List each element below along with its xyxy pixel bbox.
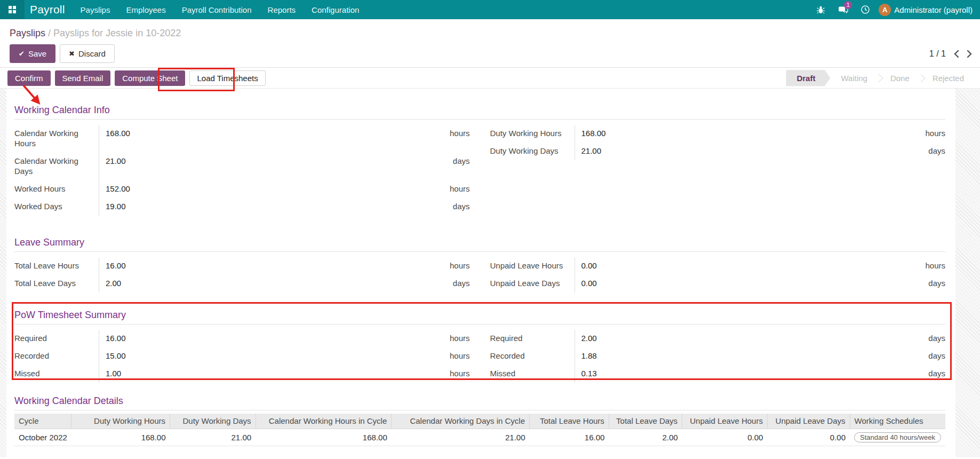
state-waiting[interactable]: Waiting bbox=[830, 70, 878, 86]
compute-sheet-button[interactable]: Compute Sheet bbox=[115, 70, 185, 86]
menu-item-employees[interactable]: Employees bbox=[118, 0, 173, 19]
field-unit: days bbox=[928, 333, 945, 343]
form-statusbar: Confirm Send Email Compute Sheet Load Ti… bbox=[0, 67, 980, 89]
column-header-calendar-working-hours-in-cycle[interactable]: Calendar Working Hours in Cycle bbox=[256, 414, 392, 429]
section-title: Working Calendar Details bbox=[14, 395, 945, 407]
field-row: Duty Working Days 21.00days bbox=[490, 143, 946, 160]
pager-previous-button[interactable] bbox=[953, 50, 959, 58]
field-unit: days bbox=[928, 351, 945, 361]
field-label: Duty Working Hours bbox=[490, 125, 575, 143]
form-sheet: Working Calendar Info Calendar Working H… bbox=[6, 89, 955, 457]
apps-menu-button[interactable] bbox=[0, 0, 25, 19]
cell-duty-working-days: 21.00 bbox=[170, 429, 256, 446]
field-row: Recorded 15.00hours bbox=[14, 347, 470, 365]
column-header-working-schedules[interactable]: Working Schedules bbox=[850, 414, 945, 429]
menu-item-payslips[interactable]: Payslips bbox=[73, 0, 118, 19]
field-row: Worked Days 19.00days bbox=[14, 198, 470, 216]
column-header-unpaid-leave-hours[interactable]: Unpaid Leave Hours bbox=[682, 414, 768, 429]
control-panel-buttons-row: ✔ Save ✖ Discard 1 / 1 bbox=[10, 44, 973, 63]
state-rejected[interactable]: Rejected bbox=[922, 70, 975, 86]
field-row: Missed 0.13days bbox=[490, 365, 946, 383]
field-value: 152.00 bbox=[106, 184, 450, 194]
field-value: 21.00 bbox=[106, 156, 453, 166]
working-calendar-details-table: Cycle Duty Working Hours Duty Working Da… bbox=[14, 414, 945, 446]
field-unit: hours bbox=[450, 333, 470, 343]
field-unit: hours bbox=[450, 368, 470, 378]
main-menu: Payslips Employees Payroll Contribution … bbox=[73, 0, 368, 19]
section-pow-timesheet-summary: PoW Timesheet Summary Required 16.00hour… bbox=[14, 310, 945, 383]
cell-total-leave-days: 2.00 bbox=[609, 429, 682, 446]
field-value: 2.00 bbox=[581, 333, 929, 343]
discard-button[interactable]: ✖ Discard bbox=[60, 44, 115, 63]
status-pipeline: Draft Waiting Done Rejected bbox=[786, 68, 975, 88]
field-label: Worked Hours bbox=[14, 180, 99, 198]
cell-total-leave-hours: 16.00 bbox=[530, 429, 609, 446]
field-value: 16.00 bbox=[106, 333, 450, 343]
section-working-calendar-details: Working Calendar Details Cycle Duty Work… bbox=[14, 395, 945, 457]
load-timesheets-button[interactable]: Load Timesheets bbox=[189, 70, 265, 86]
field-row: Calendar Working Hours 168.00hours bbox=[14, 125, 470, 153]
field-row: Calendar Working Days 21.00days bbox=[14, 153, 470, 180]
pager-next-button[interactable] bbox=[967, 50, 973, 58]
apps-grid-icon bbox=[9, 6, 16, 13]
chevron-left-icon bbox=[953, 50, 959, 58]
user-menu[interactable]: A Administrator (payroll) bbox=[879, 4, 973, 16]
field-row: Required 16.00hours bbox=[14, 330, 470, 347]
breadcrumb-separator: / bbox=[48, 28, 51, 38]
save-button[interactable]: ✔ Save bbox=[10, 44, 55, 63]
column-header-duty-working-hours[interactable]: Duty Working Hours bbox=[71, 414, 170, 429]
cell-unpaid-leave-days: 0.00 bbox=[767, 429, 850, 446]
field-value: 168.00 bbox=[581, 128, 926, 138]
column-header-calendar-working-days-in-cycle[interactable]: Calendar Working Days in Cycle bbox=[392, 414, 530, 429]
field-label: Missed bbox=[490, 365, 575, 383]
content-area: Working Calendar Info Calendar Working H… bbox=[0, 89, 980, 457]
field-value: 0.00 bbox=[581, 278, 929, 288]
breadcrumb-payslips-link[interactable]: Payslips bbox=[10, 28, 45, 38]
field-label: Missed bbox=[14, 365, 99, 383]
pager-count: 1 / 1 bbox=[929, 49, 946, 59]
menu-item-reports[interactable]: Reports bbox=[260, 0, 304, 19]
state-draft[interactable]: Draft bbox=[786, 70, 830, 86]
column-header-cycle[interactable]: Cycle bbox=[14, 414, 71, 429]
avatar: A bbox=[879, 4, 891, 16]
column-header-total-leave-hours[interactable]: Total Leave Hours bbox=[530, 414, 609, 429]
field-row: Unpaid Leave Hours 0.00hours bbox=[490, 257, 946, 275]
field-unit: days bbox=[928, 146, 945, 156]
section-title: PoW Timesheet Summary bbox=[14, 310, 945, 321]
column-header-unpaid-leave-days[interactable]: Unpaid Leave Days bbox=[767, 414, 850, 429]
table-row[interactable]: October 2022 168.00 21.00 168.00 21.00 1… bbox=[14, 429, 945, 446]
field-label: Recorded bbox=[490, 347, 575, 365]
section-divider bbox=[14, 119, 945, 120]
confirm-button[interactable]: Confirm bbox=[7, 70, 51, 86]
field-unit: days bbox=[453, 201, 470, 211]
table-header-row: Cycle Duty Working Hours Duty Working Da… bbox=[14, 414, 945, 429]
field-label: Calendar Working Hours bbox=[14, 125, 99, 153]
field-value: 168.00 bbox=[106, 128, 450, 138]
app-brand[interactable]: Payroll bbox=[30, 3, 65, 16]
section-leave-summary: Leave Summary Total Leave Hours 16.00hou… bbox=[14, 237, 945, 292]
messages-button[interactable]: 1 bbox=[834, 0, 852, 19]
field-label: Unpaid Leave Hours bbox=[490, 257, 575, 275]
topbar-right: 1 A Administrator (payroll) bbox=[811, 0, 980, 19]
cell-calendar-working-days-in-cycle: 21.00 bbox=[392, 429, 530, 446]
discard-button-label: Discard bbox=[78, 49, 106, 58]
section-working-calendar-info: Working Calendar Info Calendar Working H… bbox=[14, 105, 945, 216]
menu-item-payroll-contribution[interactable]: Payroll Contribution bbox=[174, 0, 260, 19]
field-row: Total Leave Days 2.00days bbox=[14, 275, 470, 292]
field-unit: hours bbox=[925, 128, 945, 138]
menu-item-configuration[interactable]: Configuration bbox=[304, 0, 367, 19]
save-button-label: Save bbox=[28, 49, 46, 58]
field-label: Required bbox=[14, 330, 99, 347]
column-header-total-leave-days[interactable]: Total Leave Days bbox=[609, 414, 682, 429]
activities-button[interactable] bbox=[856, 0, 874, 19]
field-row: Recorded 1.88days bbox=[490, 347, 946, 365]
bug-icon bbox=[816, 5, 825, 14]
field-value: 19.00 bbox=[106, 201, 453, 211]
field-value: 21.00 bbox=[581, 146, 929, 156]
column-header-duty-working-days[interactable]: Duty Working Days bbox=[170, 414, 256, 429]
state-done[interactable]: Done bbox=[880, 70, 920, 86]
debug-bug-icon[interactable] bbox=[811, 0, 830, 19]
send-email-button[interactable]: Send Email bbox=[55, 70, 111, 86]
field-value: 0.00 bbox=[581, 260, 926, 271]
field-row: Unpaid Leave Days 0.00days bbox=[490, 275, 946, 292]
